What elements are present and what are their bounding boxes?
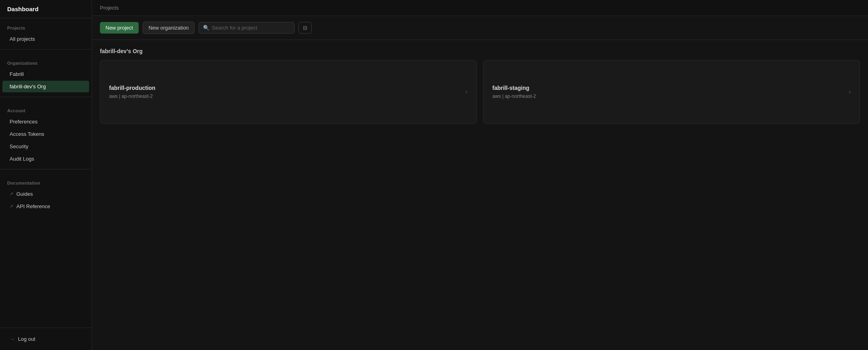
chevron-right-icon: › <box>466 88 468 95</box>
main-header: Projects <box>92 0 868 16</box>
sidebar-item-label: Access Tokens <box>10 131 44 137</box>
sidebar-item-label: Security <box>10 143 28 149</box>
sidebar-item-access-tokens[interactable]: Access Tokens <box>2 128 89 140</box>
toolbar: New project New organization 🔍 ⊟ <box>92 16 868 40</box>
project-name: fabrill-production <box>109 85 155 91</box>
sidebar-divider-1 <box>0 49 92 50</box>
sidebar-item-fabrill[interactable]: Fabrill <box>2 68 89 80</box>
sidebar-item-preferences[interactable]: Preferences <box>2 116 89 127</box>
logout-label: Log out <box>18 336 35 342</box>
app-title: Dashboard <box>0 0 92 18</box>
filter-button[interactable]: ⊟ <box>299 22 312 34</box>
main-content: fabrill-dev's Org fabrill-production aws… <box>92 40 868 350</box>
sidebar-item-fabrill-dev-org[interactable]: fabrill-dev's Org <box>2 81 89 92</box>
new-project-button[interactable]: New project <box>100 22 139 34</box>
sidebar-divider-2 <box>0 97 92 97</box>
sidebar-section-organizations: Organizations <box>0 54 92 68</box>
main-panel: Projects New project New organization 🔍 … <box>92 0 868 350</box>
sidebar-item-label: fabrill-dev's Org <box>10 84 46 89</box>
chevron-right-icon: › <box>849 88 851 95</box>
sidebar-item-label: Preferences <box>10 119 38 125</box>
sidebar-item-label: API Reference <box>16 203 50 209</box>
new-org-button[interactable]: New organization <box>143 22 195 34</box>
sidebar-section-documentation: Documentation <box>0 173 92 188</box>
sidebar-item-guides[interactable]: ↗ Guides <box>2 188 89 200</box>
sidebar-item-label: Audit Logs <box>10 156 34 162</box>
projects-grid: fabrill-production aws | ap-northeast-2 … <box>100 60 860 124</box>
logout-icon: → <box>10 336 15 342</box>
breadcrumb: Projects <box>100 5 119 11</box>
sidebar-footer: → Log out <box>0 328 92 350</box>
filter-icon: ⊟ <box>303 25 307 31</box>
sidebar-section-account: Account <box>0 101 92 115</box>
sidebar-item-label: Fabrill <box>10 71 24 77</box>
project-info: fabrill-production aws | ap-northeast-2 <box>109 85 155 99</box>
external-link-icon: ↗ <box>10 204 13 209</box>
sidebar-item-all-projects[interactable]: All projects <box>2 33 89 45</box>
sidebar-divider-3 <box>0 169 92 169</box>
sidebar-item-security[interactable]: Security <box>2 141 89 152</box>
sidebar-item-label: Guides <box>16 191 33 197</box>
logout-button[interactable]: → Log out <box>2 333 89 345</box>
search-input[interactable] <box>212 25 290 31</box>
project-name: fabrill-staging <box>492 85 536 91</box>
sidebar-section-projects: Projects <box>0 18 92 33</box>
project-meta: aws | ap-northeast-2 <box>492 93 536 99</box>
project-info: fabrill-staging aws | ap-northeast-2 <box>492 85 536 99</box>
sidebar-item-api-reference[interactable]: ↗ API Reference <box>2 201 89 212</box>
sidebar-item-label: All projects <box>10 36 35 42</box>
sidebar-item-audit-logs[interactable]: Audit Logs <box>2 153 89 165</box>
project-meta: aws | ap-northeast-2 <box>109 93 155 99</box>
search-container: 🔍 <box>199 22 295 34</box>
org-title: fabrill-dev's Org <box>100 48 860 54</box>
project-card-fabrill-staging[interactable]: fabrill-staging aws | ap-northeast-2 › <box>483 60 860 124</box>
project-card-fabrill-production[interactable]: fabrill-production aws | ap-northeast-2 … <box>100 60 477 124</box>
external-link-icon: ↗ <box>10 191 13 197</box>
sidebar: Dashboard Projects All projects Organiza… <box>0 0 92 350</box>
search-icon: 🔍 <box>203 25 209 31</box>
